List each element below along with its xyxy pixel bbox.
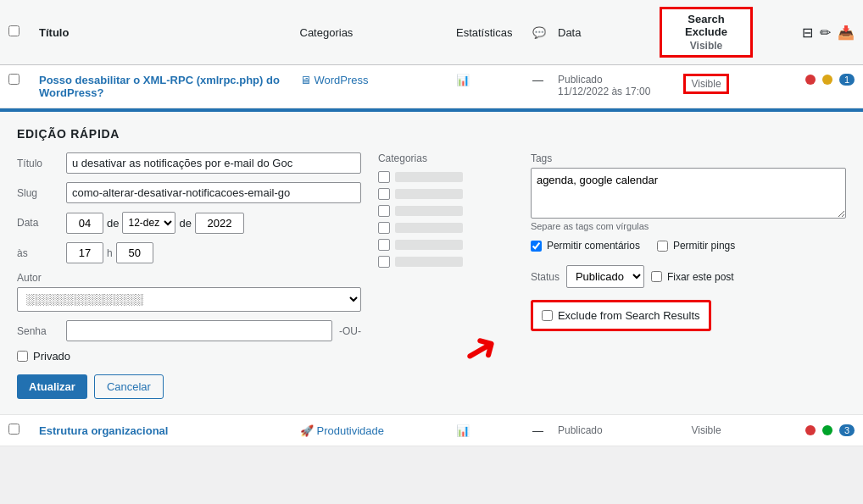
row2-dot-red [805,425,816,435]
header-date: Data [558,26,660,39]
cat-label-2 [395,189,463,199]
cat-checkbox-1[interactable] [378,171,390,183]
row2-icons: 3 [753,424,855,436]
autor-select[interactable]: ░░░░░░░░░░░░░░░ [17,287,361,312]
select-all-checkbox[interactable] [8,25,19,36]
row1-dot-red [805,75,816,85]
date-day-input[interactable] [66,213,103,234]
row1-cb[interactable] [8,74,39,87]
stats-icon: 📊 [456,74,470,86]
pings-label: Permitir pings [673,240,735,252]
titulo-field: Título [17,152,361,174]
wp-icon: 🖥 [300,74,311,86]
senha-input[interactable] [66,320,332,341]
cat-label-6 [395,257,463,267]
comentarios-row: Permitir comentários [531,240,640,252]
cat-checkbox-5[interactable] [378,239,390,251]
privado-label: Privado [33,350,70,363]
table-row-2: Estrutura organizacional 🚀 Produtividade… [0,414,863,446]
time-hour-input[interactable] [66,242,103,263]
date-de2: de [179,217,191,230]
cat-checkbox-6[interactable] [378,256,390,268]
titulo-label: Título [17,158,59,169]
row2-visible-label: Visible [691,424,721,436]
cancelar-button[interactable]: Cancelar [94,374,164,399]
row1-stats: 📊 [456,74,532,86]
row1-comments: — [532,74,558,86]
status-select[interactable]: Publicado [566,265,644,288]
exclude-search-checkbox[interactable] [542,310,553,321]
cat-checkbox-3[interactable] [378,205,390,217]
row2-cb[interactable] [8,424,39,437]
cat-checkbox-4[interactable] [378,222,390,234]
download-icon: 📥 [838,25,855,41]
tags-textarea[interactable]: agenda, google calendar [531,168,846,219]
edit-icon: ✏ [820,25,831,41]
header-stats: Estatísticas [456,26,532,39]
date-year-input[interactable] [195,213,244,234]
privado-row: Privado [17,350,361,363]
senha-label: Senha [17,325,59,337]
cat-item [378,222,514,234]
autor-field: Autor ░░░░░░░░░░░░░░░ [17,272,361,312]
cat-checkbox-2[interactable] [378,188,390,200]
comentarios-checkbox[interactable] [531,241,542,252]
row1-checkbox[interactable] [8,74,19,85]
row2-stats: 📊 [456,424,532,437]
table-header: Título Categorias Estatísticas 💬 Data Se… [0,0,863,65]
data-label: Data [17,217,59,229]
row2-date: Publicado [558,424,660,436]
data-field: Data de 12-dez de [17,212,361,234]
tags-label: Tags [531,152,846,164]
atualizar-button[interactable]: Atualizar [17,374,87,399]
row1-date: Publicado 11/12/2022 às 17:00 [558,74,660,97]
row2-category: 🚀 Produtividade [300,424,457,437]
pings-checkbox[interactable] [657,241,668,252]
cat-item [378,256,514,268]
row1-icons: 1 [753,74,855,86]
produtividade-icon: 🚀 [300,424,314,437]
fixar-checkbox[interactable] [651,271,662,282]
slug-field: Slug [17,182,361,203]
qe-right-col: Tags agenda, google calendar Separe as t… [531,152,846,399]
row2-dot-green [822,425,832,435]
tags-hint: Separe as tags com vírgulas [531,221,846,231]
cat-item [378,171,514,183]
fixar-row: Fixar este post [651,271,734,283]
time-min-input[interactable] [116,242,153,263]
status-row: Status Publicado Fixar este post [531,265,846,288]
row2-checkbox[interactable] [8,424,19,435]
settings-icon: ⊟ [802,25,813,41]
header-cat: Categorias [300,26,457,39]
fixar-label: Fixar este post [667,271,734,283]
header-icons: ⊟ ✏ 📥 [753,25,855,41]
header-cb[interactable] [8,25,39,39]
row2-post-link[interactable]: Estrutura organizacional [39,424,168,437]
exclude-container: Exclude from Search Results ➜ [531,296,846,331]
privado-checkbox[interactable] [17,351,28,362]
cat-list [378,171,514,268]
time-field: às h [17,242,361,263]
row1-dot-orange [822,75,832,85]
cat-label-1 [395,172,463,182]
row1-post-link[interactable]: Posso desabilitar o XML-RPC (xmlrpc.php)… [39,74,280,99]
quick-edit-grid: Título Slug Data de 12-dez de [17,152,846,399]
quick-edit-title: EDIÇÃO RÁPIDA [17,127,846,141]
row1-visible-badge: Visible [683,74,728,94]
row2-search-exclude: Visible [660,424,753,436]
slug-input[interactable] [66,182,361,203]
senha-row: Senha -OU- [17,320,361,341]
cat-item [378,239,514,251]
exclude-search-label: Exclude from Search Results [558,309,700,322]
row1-title-cell: Posso desabilitar o XML-RPC (xmlrpc.php)… [39,74,300,99]
time-h-label: h [107,247,113,259]
titulo-input[interactable] [66,152,361,174]
row2-cat-tag: 🚀 Produtividade [300,424,385,437]
table-row: Posso desabilitar o XML-RPC (xmlrpc.php)… [0,65,863,108]
header-search-exclude: Search Exclude Visible [660,7,753,58]
slug-label: Slug [17,187,59,199]
status-label: Status [531,271,560,283]
action-buttons: Atualizar Cancelar [17,374,361,399]
row1-cat-tag: 🖥 WordPress [300,74,369,86]
date-month-select[interactable]: 12-dez [122,212,175,234]
